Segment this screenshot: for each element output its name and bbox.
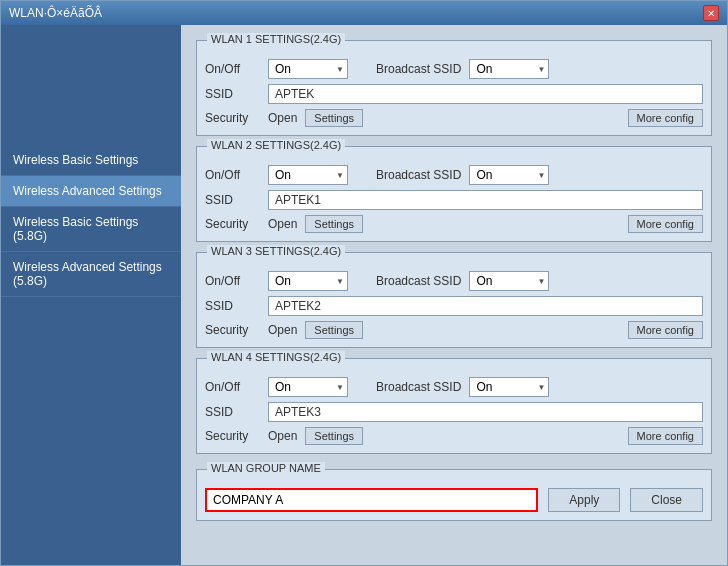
wlan1-security-value: Open (268, 111, 297, 125)
wlan3-more-config-button[interactable]: More config (628, 321, 703, 339)
wlan1-onoff-select[interactable]: OnOff (268, 59, 348, 79)
apply-button[interactable]: Apply (548, 488, 620, 512)
wlan4-ssid-value: APTEK3 (268, 402, 703, 422)
wlan2-broadcast-label: Broadcast SSID (376, 168, 461, 182)
wlan2-ssid-row: SSID APTEK1 (205, 190, 703, 210)
wlan4-onoff-select-wrapper: OnOff ▼ (268, 377, 348, 397)
window-title: WLAN·Ô×éÄãÕÂ (9, 6, 102, 20)
wlan1-section: WLAN 1 SETTINGS(2.4G) On/Off OnOff ▼ Bro… (196, 40, 712, 136)
wlan2-settings-button[interactable]: Settings (305, 215, 363, 233)
wlan4-more-config-button[interactable]: More config (628, 427, 703, 445)
wlan3-ssid-label: SSID (205, 299, 260, 313)
window-body: Wireless Basic Settings Wireless Advance… (1, 25, 727, 565)
wlan4-ssid-row: SSID APTEK3 (205, 402, 703, 422)
wlan1-onoff-label: On/Off (205, 62, 260, 76)
wlan1-onoff-select-wrapper: OnOff ▼ (268, 59, 348, 79)
wlan1-broadcast-label: Broadcast SSID (376, 62, 461, 76)
sidebar: Wireless Basic Settings Wireless Advance… (1, 25, 181, 565)
wlan3-onoff-select[interactable]: OnOff (268, 271, 348, 291)
wlan3-broadcast-label: Broadcast SSID (376, 274, 461, 288)
sidebar-item-wireless-basic[interactable]: Wireless Basic Settings (1, 145, 181, 176)
wlan2-onoff-row: On/Off OnOff ▼ Broadcast SSID OnOff ▼ (205, 165, 703, 185)
wlan1-more-config-button[interactable]: More config (628, 109, 703, 127)
main-content: WLAN 1 SETTINGS(2.4G) On/Off OnOff ▼ Bro… (181, 25, 727, 565)
wlan2-security-value: Open (268, 217, 297, 231)
wlan4-section: WLAN 4 SETTINGS(2.4G) On/Off OnOff ▼ Bro… (196, 358, 712, 454)
wlan3-broadcast-select[interactable]: OnOff (469, 271, 549, 291)
group-name-section: WLAN GROUP NAME Apply Close (196, 469, 712, 521)
group-name-input[interactable] (205, 488, 538, 512)
group-name-title: WLAN GROUP NAME (207, 462, 325, 474)
wlan1-broadcast-select-wrapper: OnOff ▼ (469, 59, 549, 79)
wlan2-title: WLAN 2 SETTINGS(2.4G) (207, 139, 345, 151)
wlan2-broadcast-select[interactable]: OnOff (469, 165, 549, 185)
sidebar-item-wireless-advanced-58[interactable]: Wireless Advanced Settings (5.8G) (1, 252, 181, 297)
wlan4-title: WLAN 4 SETTINGS(2.4G) (207, 351, 345, 363)
sidebar-item-wireless-advanced[interactable]: Wireless Advanced Settings (1, 176, 181, 207)
wlan1-ssid-label: SSID (205, 87, 260, 101)
wlan2-ssid-label: SSID (205, 193, 260, 207)
wlan2-security-label: Security (205, 217, 260, 231)
wlan4-settings-button[interactable]: Settings (305, 427, 363, 445)
wlan2-more-config-button[interactable]: More config (628, 215, 703, 233)
wlan2-ssid-value: APTEK1 (268, 190, 703, 210)
wlan4-security-value: Open (268, 429, 297, 443)
sidebar-item-wireless-basic-58[interactable]: Wireless Basic Settings (5.8G) (1, 207, 181, 252)
wlan2-broadcast-select-wrapper: OnOff ▼ (469, 165, 549, 185)
wlan3-title: WLAN 3 SETTINGS(2.4G) (207, 245, 345, 257)
wlan2-security-row: Security Open Settings More config (205, 215, 703, 233)
wlan4-security-label: Security (205, 429, 260, 443)
wlan2-onoff-select-wrapper: OnOff ▼ (268, 165, 348, 185)
wlan2-onoff-select[interactable]: OnOff (268, 165, 348, 185)
wlan4-onoff-row: On/Off OnOff ▼ Broadcast SSID OnOff ▼ (205, 377, 703, 397)
wlan2-section: WLAN 2 SETTINGS(2.4G) On/Off OnOff ▼ Bro… (196, 146, 712, 242)
wlan4-onoff-label: On/Off (205, 380, 260, 394)
wlan1-settings-button[interactable]: Settings (305, 109, 363, 127)
wlan3-onoff-row: On/Off OnOff ▼ Broadcast SSID OnOff ▼ (205, 271, 703, 291)
wlan1-broadcast-select[interactable]: OnOff (469, 59, 549, 79)
wlan3-ssid-row: SSID APTEK2 (205, 296, 703, 316)
wlan4-onoff-select[interactable]: OnOff (268, 377, 348, 397)
wlan1-ssid-value: APTEK (268, 84, 703, 104)
wlan4-ssid-label: SSID (205, 405, 260, 419)
wlan1-security-label: Security (205, 111, 260, 125)
window-close-button[interactable]: ✕ (703, 5, 719, 21)
wlan1-security-row: Security Open Settings More config (205, 109, 703, 127)
wlan3-security-label: Security (205, 323, 260, 337)
wlan4-broadcast-label: Broadcast SSID (376, 380, 461, 394)
main-window: WLAN·Ô×éÄãÕÂ ✕ Wireless Basic Settings W… (0, 0, 728, 566)
wlan3-security-row: Security Open Settings More config (205, 321, 703, 339)
wlan3-onoff-select-wrapper: OnOff ▼ (268, 271, 348, 291)
title-bar: WLAN·Ô×éÄãÕÂ ✕ (1, 1, 727, 25)
wlan3-settings-button[interactable]: Settings (305, 321, 363, 339)
wlan4-broadcast-select[interactable]: OnOff (469, 377, 549, 397)
wlan3-section: WLAN 3 SETTINGS(2.4G) On/Off OnOff ▼ Bro… (196, 252, 712, 348)
wlan4-security-row: Security Open Settings More config (205, 427, 703, 445)
wlan3-broadcast-select-wrapper: OnOff ▼ (469, 271, 549, 291)
wlan3-security-value: Open (268, 323, 297, 337)
wlan3-onoff-label: On/Off (205, 274, 260, 288)
wlan1-ssid-row: SSID APTEK (205, 84, 703, 104)
wlan2-onoff-label: On/Off (205, 168, 260, 182)
wlan3-ssid-value: APTEK2 (268, 296, 703, 316)
wlan1-title: WLAN 1 SETTINGS(2.4G) (207, 33, 345, 45)
wlan1-onoff-row: On/Off OnOff ▼ Broadcast SSID OnOff ▼ (205, 59, 703, 79)
wlan4-broadcast-select-wrapper: OnOff ▼ (469, 377, 549, 397)
close-button[interactable]: Close (630, 488, 703, 512)
